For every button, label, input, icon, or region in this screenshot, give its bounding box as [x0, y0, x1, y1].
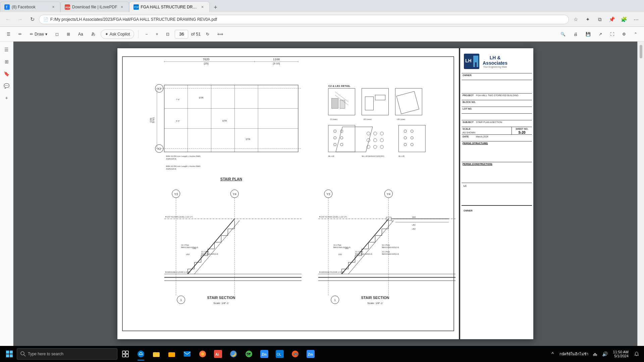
taskbar-folder[interactable] — [164, 347, 179, 361]
tray-volume-icon[interactable]: 🔊 — [600, 349, 610, 359]
svg-text:Y3: Y3 — [174, 192, 178, 196]
tb-owner2: OWNER — [462, 205, 532, 338]
translate-button[interactable]: あ — [89, 29, 98, 39]
open-external-button[interactable]: ↗ — [596, 29, 605, 39]
save-button[interactable]: 💾 — [583, 29, 593, 39]
extensions-button[interactable]: 🧩 — [619, 14, 629, 25]
text-button[interactable]: Aa — [75, 29, 86, 39]
svg-rect-51 — [375, 95, 385, 100]
svg-point-57 — [334, 130, 336, 132]
taskbar-game[interactable]: 🎮 — [288, 347, 303, 361]
taskbar-mail[interactable] — [180, 347, 195, 361]
taskbar-edge[interactable] — [133, 347, 148, 361]
sidebar-thumb-icon[interactable]: ⊞ — [1, 56, 12, 67]
taskbar-zoom2[interactable]: Zm — [303, 347, 318, 361]
zoom-out-button[interactable]: − — [143, 29, 150, 39]
svg-text:7620: 7620 — [203, 58, 210, 61]
sidebar-menu-icon[interactable]: ☰ — [1, 44, 12, 55]
taskbar-adobe[interactable]: Ai — [211, 347, 225, 361]
favorites-button[interactable]: ☆ — [570, 14, 581, 25]
sidebar-plus-icon[interactable]: + — [1, 93, 12, 103]
pin-button[interactable]: 📌 — [606, 14, 617, 25]
full-screen-button[interactable]: ⛶ — [607, 29, 617, 39]
svg-rect-73 — [398, 125, 425, 152]
sidebar-bookmark-icon[interactable]: 🔖 — [1, 68, 12, 79]
svg-text:8M#16 B&N A325(G.8): 8M#16 B&N A325(G.8) — [382, 246, 399, 248]
tb-lotno-label: LOT NO. — [462, 107, 475, 113]
search-pdf-button[interactable]: 🔍 — [558, 29, 568, 39]
fit-width-button[interactable]: ⟺ — [215, 29, 226, 39]
svg-text:Zm: Zm — [262, 353, 267, 356]
svg-point-62 — [340, 143, 343, 146]
taskbar-maps[interactable]: 🗺 — [241, 347, 256, 361]
tab-facebook-close[interactable]: × — [51, 4, 56, 10]
clock[interactable]: 11:50 AM 5/1/2024 — [610, 350, 631, 358]
svg-point-176 — [21, 352, 24, 355]
svg-text:🎮: 🎮 — [293, 352, 298, 357]
new-tab-button[interactable]: + — [211, 3, 220, 12]
draw-button[interactable]: ✏ Draw ▾ — [27, 29, 50, 39]
print-button[interactable]: 🖨 — [571, 29, 580, 39]
back-button[interactable]: ← — [3, 14, 13, 25]
copilot-sidebar-button[interactable]: ✦ — [582, 14, 593, 25]
tab-fga[interactable]: PDF FGA HALL STRUCTURE DRAWIN... × — [129, 1, 210, 12]
ask-copilot-button[interactable]: ✦ Ask Copilot — [101, 29, 135, 39]
zoom-in-button[interactable]: + — [153, 29, 161, 39]
scrollbar-thumb[interactable] — [640, 45, 642, 58]
split-view-button[interactable]: ⧉ — [594, 14, 605, 25]
address-input[interactable]: 📄 F:/My projects/LH Associates/2023/FGA … — [39, 15, 569, 24]
refresh-button[interactable]: ↻ — [27, 14, 38, 25]
page-number-input[interactable] — [175, 30, 188, 39]
tray-up-arrow[interactable]: ^ — [548, 349, 557, 359]
facebook-favicon: f — [4, 4, 10, 10]
settings-button[interactable]: ⋯ — [631, 14, 641, 25]
pdf-page: 7620 1168 [25] [3-10] X3 X2 — [117, 48, 533, 339]
tray-network-icon[interactable] — [590, 349, 600, 359]
taskbar-zoom[interactable]: Zm — [257, 347, 272, 361]
svg-text:C2 & LB1 DETAIL: C2 & LB1 DETAIL — [328, 84, 351, 87]
svg-text:PDF: PDF — [134, 6, 139, 8]
rotate-button[interactable]: ↻ — [203, 29, 212, 39]
svg-point-78 — [404, 143, 407, 146]
start-button[interactable] — [3, 347, 16, 361]
forward-button[interactable]: → — [15, 14, 25, 25]
svg-text:OL: OL — [277, 353, 281, 356]
svg-text:X3: X3 — [157, 87, 161, 90]
taskbar-firefox[interactable] — [195, 347, 210, 361]
svg-text:STR: STR — [199, 97, 204, 99]
pdf-settings-button[interactable]: ⚙ — [620, 29, 629, 39]
pdf-toolbar: ☰ ✏ ✏ Draw ▾ ◻ ⊞ Aa あ ✦ Ask Copilot − + … — [0, 27, 644, 42]
game-icon: 🎮 — [291, 350, 299, 358]
taskbar-search[interactable]: Type here to search — [17, 348, 117, 360]
owner-space — [462, 80, 532, 94]
tab-fga-close[interactable]: × — [200, 4, 205, 10]
svg-rect-181 — [126, 354, 128, 357]
taskbar-moon[interactable]: 🌙 — [226, 347, 241, 361]
svg-rect-178 — [122, 351, 125, 354]
tab-ilovepdf-close[interactable]: × — [119, 4, 125, 10]
annotation-button[interactable]: ✏ — [16, 29, 24, 39]
svg-point-186 — [201, 352, 204, 356]
svg-text:LH: LH — [465, 58, 472, 63]
tab-ilovepdf[interactable]: PDF Download file | iLovePDF × — [60, 1, 129, 12]
tab-facebook[interactable]: f (8) Facebook × — [0, 1, 60, 12]
taskbar: Type here to search Ai — [0, 346, 644, 362]
taskbar-file-explorer[interactable] — [149, 347, 164, 361]
collapse-toolbar-button[interactable]: ⌃ — [631, 29, 640, 39]
svg-text:1G-1 Plate: 1G-1 Plate — [181, 244, 189, 246]
tb-date-value: March,2024 — [475, 135, 532, 141]
svg-line-177 — [24, 355, 25, 356]
view-mode-button[interactable]: ⊞ — [64, 29, 73, 39]
fit-page-button[interactable]: ⊡ — [163, 29, 172, 39]
task-view-button[interactable] — [118, 347, 133, 361]
tb-date-row: DATE March,2024 — [462, 135, 532, 141]
eraser-button[interactable]: ◻ — [53, 29, 61, 39]
taskbar-outlook[interactable]: OL — [272, 347, 287, 361]
copilot-label: Ask Copilot — [110, 32, 130, 37]
menu-button[interactable]: ☰ — [4, 29, 13, 39]
svg-text:A325(G8.8): A325(G8.8) — [166, 158, 176, 160]
svg-text:LB2: LB2 — [412, 224, 416, 226]
notification-icon[interactable] — [632, 349, 641, 359]
sidebar-comment-icon[interactable]: 💬 — [1, 80, 12, 91]
pdf-viewer[interactable]: 7620 1168 [25] [3-10] X3 X2 — [13, 42, 637, 346]
